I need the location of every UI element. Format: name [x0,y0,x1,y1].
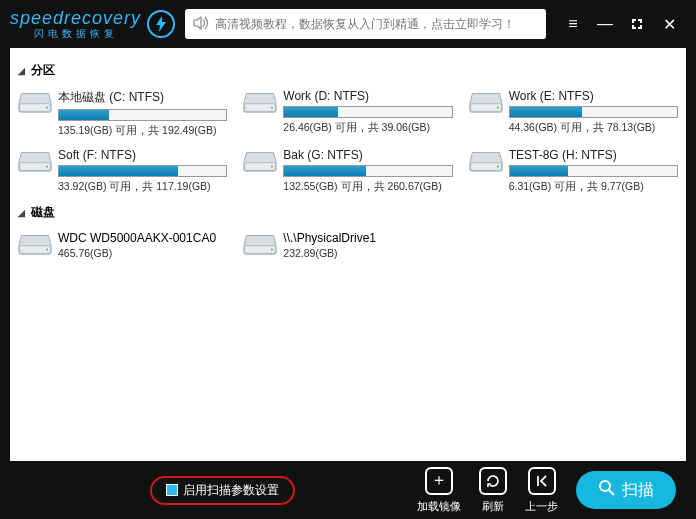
disk-item[interactable]: WDC WD5000AAKX-001CA0465.76(GB) [16,229,229,261]
svg-rect-14 [245,246,276,254]
usage-bar [58,165,227,177]
enable-scan-params-toggle[interactable]: 启用扫描参数设置 [150,476,295,505]
svg-rect-8 [245,163,276,171]
partition-stats: 26.46(GB) 可用，共 39.06(GB) [283,121,452,135]
refresh-label: 刷新 [482,499,504,514]
app-logo: speedrecovery 闪电数据恢复 [10,9,175,39]
section-partitions-header[interactable]: ◢ 分区 [16,58,680,83]
section-disks-header[interactable]: ◢ 磁盘 [16,200,680,225]
tutorial-text: 高清视频教程，数据恢复从入门到精通，点击立即学习！ [215,16,515,33]
partition-item[interactable]: Bak (G: NTFS)132.55(GB) 可用，共 260.67(GB) [241,146,454,196]
footer-toolbar: 启用扫描参数设置 ＋ 加载镜像 刷新 上一步 扫描 [0,461,696,519]
usage-bar [283,106,452,118]
svg-rect-4 [470,104,501,112]
app-window: speedrecovery 闪电数据恢复 高清视频教程，数据恢复从入门到精通，点… [0,0,696,519]
partition-name: Bak (G: NTFS) [283,148,452,162]
disk-item[interactable]: \\.\PhysicalDrive1232.89(GB) [241,229,454,261]
svg-point-7 [46,165,48,167]
section-disks-label: 磁盘 [31,204,55,221]
refresh-button[interactable]: 刷新 [479,467,507,514]
previous-step-label: 上一步 [525,499,558,514]
disks-grid: WDC WD5000AAKX-001CA0465.76(GB)\\.\Physi… [16,225,680,265]
magnifier-icon [598,479,616,501]
partition-item[interactable]: 本地磁盘 (C: NTFS)135.19(GB) 可用，共 192.49(GB) [16,87,229,140]
window-controls: ≡ ― ✕ [556,15,686,33]
previous-step-button[interactable]: 上一步 [525,467,558,514]
titlebar: speedrecovery 闪电数据恢复 高清视频教程，数据恢复从入门到精通，点… [0,0,696,48]
disk-name: WDC WD5000AAKX-001CA0 [58,231,227,245]
svg-rect-0 [20,104,51,112]
load-image-button[interactable]: ＋ 加载镜像 [417,467,461,514]
svg-point-3 [271,106,273,108]
partition-name: 本地磁盘 (C: NTFS) [58,89,227,106]
svg-point-5 [496,106,498,108]
svg-point-11 [496,165,498,167]
logo-main: speedrecovery [10,9,141,27]
scan-params-label: 启用扫描参数设置 [183,482,279,499]
svg-point-9 [271,165,273,167]
close-button[interactable]: ✕ [660,15,678,33]
bolt-icon [147,10,175,38]
partition-stats: 44.36(GB) 可用，共 78.13(GB) [509,121,678,135]
main-content: ◢ 分区 本地磁盘 (C: NTFS)135.19(GB) 可用，共 192.4… [10,48,686,461]
partition-name: Work (D: NTFS) [283,89,452,103]
section-partitions-label: 分区 [31,62,55,79]
tutorial-banner[interactable]: 高清视频教程，数据恢复从入门到精通，点击立即学习！ [185,9,546,39]
svg-point-16 [600,481,610,491]
disk-name: \\.\PhysicalDrive1 [283,231,452,245]
svg-point-15 [271,248,273,250]
caret-down-icon: ◢ [18,66,25,76]
svg-point-1 [46,106,48,108]
disk-stats: 232.89(GB) [283,247,452,259]
partition-item[interactable]: Soft (F: NTFS)33.92(GB) 可用，共 117.19(GB) [16,146,229,196]
maximize-button[interactable] [628,15,646,33]
scan-button-label: 扫描 [622,480,654,501]
svg-point-13 [46,248,48,250]
svg-rect-2 [245,104,276,112]
minimize-button[interactable]: ― [596,15,614,33]
usage-bar [58,109,227,121]
partition-stats: 132.55(GB) 可用，共 260.67(GB) [283,180,452,194]
usage-bar [283,165,452,177]
disk-stats: 465.76(GB) [58,247,227,259]
partition-name: Work (E: NTFS) [509,89,678,103]
partition-stats: 33.92(GB) 可用，共 117.19(GB) [58,180,227,194]
usage-bar [509,165,678,177]
partition-stats: 6.31(GB) 可用，共 9.77(GB) [509,180,678,194]
plus-icon: ＋ [425,467,453,495]
checkbox-icon [166,484,178,496]
partition-name: Soft (F: NTFS) [58,148,227,162]
partitions-grid: 本地磁盘 (C: NTFS)135.19(GB) 可用，共 192.49(GB)… [16,83,680,200]
speaker-icon [193,16,209,33]
usage-bar [509,106,678,118]
partition-stats: 135.19(GB) 可用，共 192.49(GB) [58,124,227,138]
partition-item[interactable]: TEST-8G (H: NTFS)6.31(GB) 可用，共 9.77(GB) [467,146,680,196]
step-back-icon [528,467,556,495]
caret-down-icon: ◢ [18,208,25,218]
menu-icon[interactable]: ≡ [564,15,582,33]
partition-name: TEST-8G (H: NTFS) [509,148,678,162]
footer-left: 启用扫描参数设置 [20,476,399,505]
partition-item[interactable]: Work (D: NTFS)26.46(GB) 可用，共 39.06(GB) [241,87,454,140]
svg-rect-10 [470,163,501,171]
refresh-icon [479,467,507,495]
scan-button[interactable]: 扫描 [576,471,676,509]
partition-item[interactable]: Work (E: NTFS)44.36(GB) 可用，共 78.13(GB) [467,87,680,140]
svg-rect-6 [20,163,51,171]
load-image-label: 加载镜像 [417,499,461,514]
logo-subtitle: 闪电数据恢复 [10,29,141,39]
svg-rect-12 [20,246,51,254]
